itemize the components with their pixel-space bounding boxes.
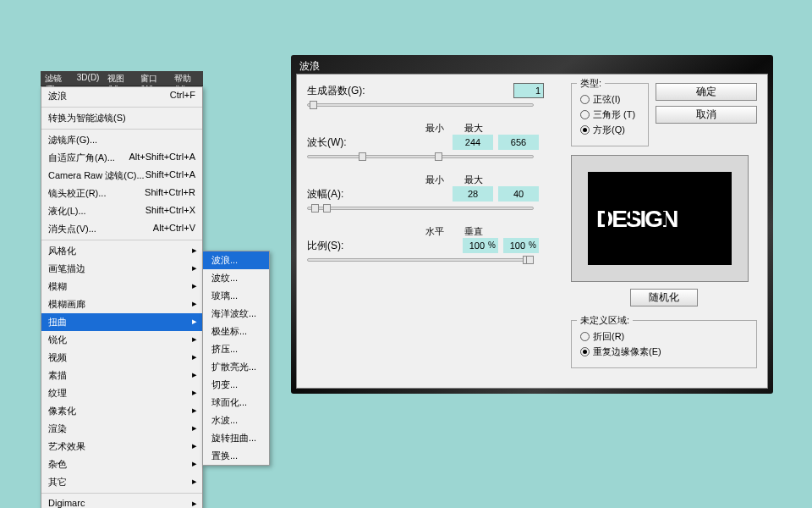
wavelength-max-value[interactable]: 656 bbox=[498, 135, 539, 150]
menu-item[interactable]: Camera Raw 滤镜(C)...Shift+Ctrl+A bbox=[41, 167, 202, 185]
menu-item-digimarc[interactable]: Digimarc▸ bbox=[41, 495, 202, 508]
menu-item[interactable]: 其它▸ bbox=[41, 473, 202, 491]
menu-item-label: Digimarc bbox=[48, 498, 85, 508]
svg-rect-3 bbox=[662, 212, 666, 225]
menu-item-label: 杂色 bbox=[48, 458, 67, 471]
menu-item-label: 扭曲 bbox=[48, 316, 67, 329]
chevron-right-icon: ▸ bbox=[192, 316, 197, 327]
chevron-right-icon: ▸ bbox=[192, 498, 197, 508]
wavelength-min-value[interactable]: 244 bbox=[453, 135, 493, 150]
menu-item[interactable]: 消失点(V)...Alt+Ctrl+V bbox=[41, 220, 202, 238]
cancel-button[interactable]: 取消 bbox=[656, 106, 757, 124]
horiz-label: 水平 bbox=[425, 225, 444, 238]
menu-item[interactable]: 艺术效果▸ bbox=[41, 438, 202, 456]
menu-item[interactable]: 纹理▸ bbox=[41, 384, 202, 402]
chevron-right-icon: ▸ bbox=[192, 440, 197, 451]
radio-sine[interactable]: 正弦(I) bbox=[580, 93, 639, 106]
menu-item-smart-filter[interactable]: 转换为智能滤镜(S) bbox=[41, 109, 202, 127]
menu-item-shortcut: Shift+Ctrl+R bbox=[145, 187, 195, 200]
chevron-right-icon: ▸ bbox=[192, 334, 197, 345]
menu-item-label: 模糊 bbox=[48, 280, 67, 293]
menu-item[interactable]: 视频▸ bbox=[41, 349, 202, 367]
submenu-item[interactable]: 旋转扭曲... bbox=[203, 429, 269, 447]
wavelength-label: 波长(W): bbox=[307, 135, 383, 150]
randomize-button[interactable]: 随机化 bbox=[630, 289, 698, 306]
menu-item[interactable]: 模糊▸ bbox=[41, 278, 202, 295]
menu-view[interactable]: 视图(V) bbox=[103, 71, 135, 86]
menu-item[interactable]: 自适应广角(A)...Alt+Shift+Ctrl+A bbox=[41, 149, 202, 167]
menu-item[interactable]: 杂色▸ bbox=[41, 456, 202, 473]
menu-item[interactable]: 风格化▸ bbox=[41, 242, 202, 260]
scale-slider[interactable] bbox=[307, 258, 534, 262]
menu-item[interactable]: 画笔描边▸ bbox=[41, 260, 202, 278]
ok-button[interactable]: 确定 bbox=[656, 83, 757, 101]
submenu-item[interactable]: 切变... bbox=[203, 376, 269, 394]
radio-triangle[interactable]: 三角形 (T) bbox=[580, 108, 639, 121]
menu-item[interactable]: 镜头校正(R)...Shift+Ctrl+R bbox=[41, 185, 202, 202]
amplitude-max-value[interactable]: 40 bbox=[498, 186, 539, 202]
menu-item[interactable]: 素描▸ bbox=[41, 367, 202, 384]
amplitude-min-value[interactable]: 28 bbox=[453, 186, 493, 202]
scale-vert-value[interactable]: 100 % bbox=[503, 238, 539, 253]
vert-label: 垂直 bbox=[464, 225, 483, 238]
menu-item-label: 滤镜库(G)... bbox=[48, 134, 97, 146]
submenu-item[interactable]: 球面化... bbox=[203, 394, 269, 411]
menu-item[interactable]: 模糊画廊▸ bbox=[41, 295, 202, 313]
min-label: 最小 bbox=[425, 122, 444, 135]
max-label: 最大 bbox=[464, 174, 483, 186]
menu-item[interactable]: 滤镜库(G)... bbox=[41, 131, 202, 149]
submenu-item[interactable]: 扩散亮光... bbox=[203, 358, 269, 376]
menu-item-last-filter[interactable]: 波浪 Ctrl+F bbox=[41, 87, 202, 105]
menu-item[interactable]: 像素化▸ bbox=[41, 402, 202, 420]
menu-item[interactable]: 扭曲▸ bbox=[41, 313, 202, 331]
preview-image: DESIGN bbox=[588, 172, 732, 265]
menu-item-label: 艺术效果 bbox=[48, 440, 85, 453]
distort-submenu: 波浪...波纹...玻璃...海洋波纹...极坐标...挤压...扩散亮光...… bbox=[202, 251, 270, 466]
menu-item-shortcut: Alt+Ctrl+V bbox=[153, 223, 195, 235]
chevron-right-icon: ▸ bbox=[192, 262, 197, 273]
menu-item-label: 画笔描边 bbox=[48, 262, 85, 275]
type-group-title: 类型: bbox=[577, 77, 605, 90]
submenu-item[interactable]: 波纹... bbox=[203, 269, 269, 287]
generators-input[interactable] bbox=[513, 83, 544, 98]
submenu-item[interactable]: 海洋波纹... bbox=[203, 305, 269, 323]
menu-item-label: 消失点(V)... bbox=[48, 223, 96, 235]
dialog-body: 生成器数(G): 最小 最大 波长(W): 244 656 最小 最大 波 bbox=[296, 74, 768, 389]
svg-rect-1 bbox=[605, 210, 608, 227]
submenu-item[interactable]: 置换... bbox=[203, 447, 269, 465]
menu-item-label: 素描 bbox=[48, 369, 67, 382]
menubar[interactable]: 滤镜(T) 3D(D) 视图(V) 窗口(W) 帮助(H) bbox=[41, 71, 203, 86]
type-group: 类型: 正弦(I) 三角形 (T) 方形(Q) bbox=[571, 83, 649, 146]
radio-label: 三角形 (T) bbox=[593, 108, 635, 121]
chevron-right-icon: ▸ bbox=[192, 280, 197, 291]
menu-item-shortcut: Shift+Ctrl+X bbox=[145, 205, 195, 218]
wavelength-slider[interactable] bbox=[307, 155, 534, 158]
submenu-item[interactable]: 水波... bbox=[203, 411, 269, 429]
submenu-item[interactable]: 波浪... bbox=[203, 251, 269, 269]
menu-item[interactable]: 渲染▸ bbox=[41, 420, 202, 438]
menu-item[interactable]: 锐化▸ bbox=[41, 331, 202, 349]
menu-item-label: 自适应广角(A)... bbox=[48, 152, 115, 164]
radio-repeat-edge[interactable]: 重复边缘像素(E) bbox=[580, 345, 748, 358]
submenu-item[interactable]: 极坐标... bbox=[203, 323, 269, 340]
menu-3d[interactable]: 3D(D) bbox=[73, 71, 104, 86]
scale-horiz-value[interactable]: 100 % bbox=[463, 238, 498, 253]
menu-help[interactable]: 帮助(H) bbox=[170, 71, 203, 86]
submenu-item[interactable]: 玻璃... bbox=[203, 287, 269, 305]
menu-window[interactable]: 窗口(W) bbox=[136, 71, 171, 86]
amplitude-slider[interactable] bbox=[307, 207, 534, 210]
generators-slider[interactable] bbox=[307, 103, 534, 107]
scale-label: 比例(S): bbox=[307, 239, 383, 253]
radio-wrap[interactable]: 折回(R) bbox=[580, 330, 748, 343]
preview-panel: DESIGN bbox=[571, 155, 749, 282]
undefined-area-group: 未定义区域: 折回(R) 重复边缘像素(E) bbox=[571, 320, 757, 368]
chevron-right-icon: ▸ bbox=[192, 476, 197, 487]
chevron-right-icon: ▸ bbox=[192, 351, 197, 362]
menu-filter[interactable]: 滤镜(T) bbox=[41, 71, 73, 86]
submenu-item[interactable]: 挤压... bbox=[203, 340, 269, 358]
chevron-right-icon: ▸ bbox=[192, 245, 197, 256]
radio-square[interactable]: 方形(Q) bbox=[580, 124, 639, 136]
radio-label: 折回(R) bbox=[593, 330, 624, 343]
menu-item[interactable]: 液化(L)...Shift+Ctrl+X bbox=[41, 202, 202, 220]
chevron-right-icon: ▸ bbox=[192, 422, 197, 433]
